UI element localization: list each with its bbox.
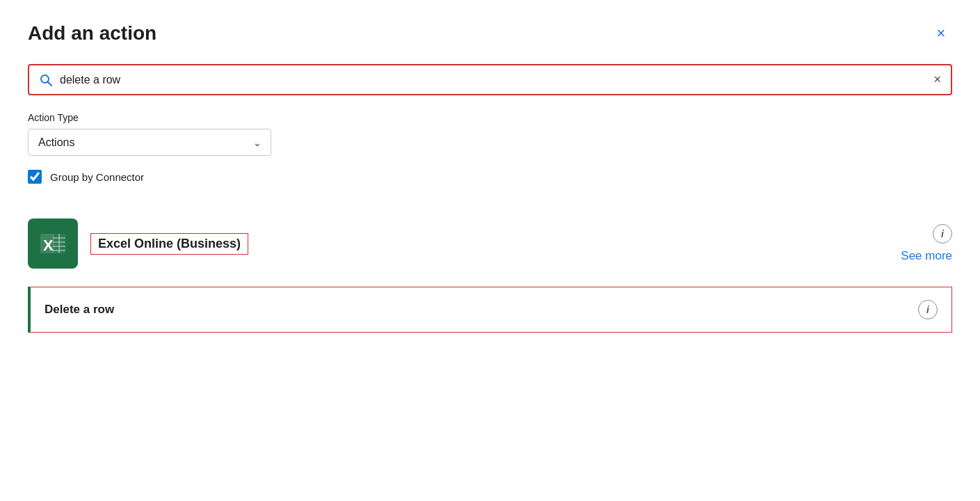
connector-name: Excel Online (Business) — [90, 233, 248, 255]
dialog-container: Add an action × × Action Type Actions Tr… — [0, 0, 980, 501]
dialog-header: Add an action × — [28, 22, 952, 45]
connector-right: i See more — [901, 224, 952, 263]
excel-connector-icon: X — [28, 218, 78, 269]
search-input[interactable] — [60, 74, 933, 86]
connector-section: X Excel Online (Business) i See more — [28, 209, 952, 333]
search-container: × — [28, 64, 952, 95]
search-clear-button[interactable]: × — [933, 72, 941, 87]
close-button[interactable]: × — [930, 22, 952, 45]
checkbox-row: Group by Connector — [28, 170, 952, 184]
search-icon — [39, 73, 53, 87]
svg-line-1 — [48, 82, 51, 86]
search-input-wrapper: × — [28, 64, 952, 95]
connector-header: X Excel Online (Business) i See more — [28, 209, 952, 278]
action-type-select[interactable]: Actions Triggers All — [28, 129, 271, 156]
action-row-info-button[interactable]: i — [918, 300, 938, 319]
svg-text:X: X — [43, 237, 54, 254]
action-row-left: Delete a row — [45, 303, 114, 317]
group-by-connector-label: Group by Connector — [50, 171, 144, 183]
connector-info-button[interactable]: i — [933, 224, 952, 244]
see-more-button[interactable]: See more — [901, 249, 952, 263]
action-type-label: Action Type — [28, 112, 952, 123]
connector-left: X Excel Online (Business) — [28, 218, 248, 269]
select-wrapper: Actions Triggers All ⌄ — [28, 129, 271, 156]
group-by-connector-checkbox[interactable] — [28, 170, 42, 184]
action-row-delete[interactable]: Delete a row i — [28, 287, 952, 333]
dialog-title: Add an action — [28, 22, 156, 45]
action-row-name: Delete a row — [45, 303, 114, 317]
